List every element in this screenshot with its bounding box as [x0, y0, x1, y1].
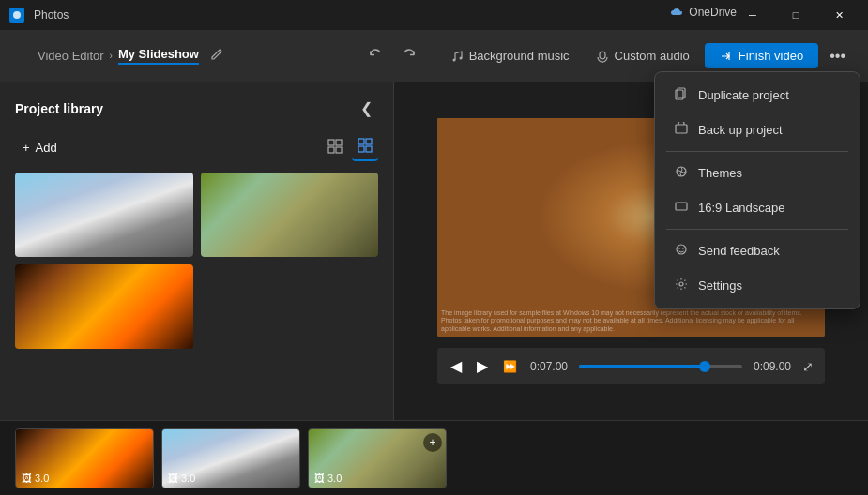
finish-video-label: Finish video [739, 49, 803, 63]
collapse-sidebar-button[interactable]: ❮ [355, 98, 378, 119]
audio-icon [596, 50, 609, 63]
landscape-icon [674, 200, 689, 216]
undo-icon [368, 47, 383, 62]
svg-line-22 [587, 238, 625, 242]
svg-rect-10 [358, 139, 364, 144]
svg-rect-6 [328, 140, 334, 145]
svg-point-18 [632, 210, 651, 223]
project-library-sidebar: Project library ❮ + Add [0, 82, 394, 420]
send-feedback-label: Send feedback [698, 244, 780, 258]
send-feedback-item[interactable]: Send feedback [659, 233, 856, 268]
breadcrumb-parent[interactable]: Video Editor [38, 49, 104, 63]
svg-rect-30 [676, 202, 687, 210]
add-icon: + [23, 141, 30, 155]
svg-point-33 [682, 248, 684, 249]
fullscreen-button[interactable]: ⤢ [802, 359, 814, 374]
app-title: Photos [34, 8, 69, 22]
finish-video-button[interactable]: Finish video [705, 43, 818, 68]
menu-separator [666, 151, 848, 152]
add-media-button[interactable]: + Add [15, 137, 65, 158]
list-view-icon [358, 138, 373, 153]
maximize-button[interactable]: □ [774, 0, 817, 30]
svg-rect-8 [328, 147, 334, 153]
add-label: Add [36, 141, 57, 155]
custom-audio-button[interactable]: Custom audio [585, 43, 701, 68]
app-icon [8, 6, 26, 24]
duplicate-project-item[interactable]: Duplicate project [659, 78, 856, 112]
svg-point-1 [13, 11, 21, 19]
timeline-item[interactable]: 🖼 3.0 [161, 428, 300, 488]
media-item[interactable] [15, 172, 193, 257]
window-controls[interactable]: ─ □ ✕ [731, 0, 860, 30]
redo-icon [402, 47, 417, 62]
media-item[interactable] [201, 172, 379, 257]
redo-button[interactable] [394, 43, 424, 69]
video-controls: ◀ ▶ ⏩ 0:07.00 0:09.00 ⤢ [437, 348, 825, 384]
settings-icon [674, 278, 689, 293]
undo-redo-buttons [360, 43, 424, 69]
svg-rect-7 [336, 140, 342, 145]
background-music-button[interactable]: Background music [439, 43, 581, 68]
duplicate-icon [674, 87, 689, 103]
breadcrumb: Video Editor › My Slideshow [38, 47, 199, 65]
more-options-button[interactable]: ••• [822, 42, 853, 70]
svg-line-23 [586, 245, 625, 247]
svg-point-2 [452, 58, 455, 61]
timeline-item-label: 🖼 3.0 [168, 472, 195, 484]
list-view-button[interactable] [352, 134, 378, 161]
backup-icon [674, 122, 689, 138]
music-note-icon [450, 50, 464, 63]
rename-button[interactable] [206, 44, 227, 68]
svg-rect-13 [366, 146, 372, 152]
minimize-button[interactable]: ─ [731, 0, 774, 30]
total-time: 0:09.00 [754, 360, 791, 373]
breadcrumb-current: My Slideshow [118, 47, 199, 65]
sidebar-title: Project library [15, 101, 103, 116]
settings-item[interactable]: Settings [659, 268, 856, 303]
current-time: 0:07.00 [530, 360, 568, 373]
feedback-icon [674, 243, 689, 259]
backup-project-item[interactable]: Back up project [659, 112, 856, 147]
grid-view-icon [327, 139, 343, 154]
themes-item[interactable]: Themes [659, 156, 856, 190]
close-button[interactable]: ✕ [817, 0, 860, 30]
video-caption: The image library used for sample files … [441, 309, 821, 333]
titlebar-left: Photos [8, 6, 69, 24]
play-pause-button[interactable]: ▶ [475, 355, 490, 377]
landscape-label: 16:9 Landscape [698, 201, 785, 215]
themes-icon [674, 165, 689, 181]
grid-view-button[interactable] [322, 134, 348, 161]
media-grid [15, 172, 378, 349]
next-frame-button[interactable]: ⏩ [501, 358, 519, 375]
timeline-item-label: 🖼 3.0 [314, 472, 342, 484]
background-music-label: Background music [469, 49, 570, 63]
undo-button[interactable] [360, 43, 390, 69]
media-item[interactable] [15, 264, 193, 349]
timeline-item-label: 🖼 3.0 [22, 472, 49, 484]
export-icon [720, 50, 733, 63]
svg-rect-11 [366, 139, 372, 144]
toolbar-actions: Background music Custom audio Finish vid… [439, 42, 853, 70]
add-to-timeline-button[interactable]: + [423, 433, 442, 452]
timeline-icon: 🖼 [168, 472, 178, 484]
cloud-icon [668, 7, 683, 18]
breadcrumb-separator: › [110, 51, 113, 61]
pencil-icon [210, 48, 223, 61]
svg-point-3 [459, 56, 462, 59]
timeline-item[interactable]: 🖼 3.0 + [308, 428, 447, 488]
timeline-icon: 🖼 [314, 472, 325, 484]
themes-label: Themes [698, 166, 742, 180]
svg-point-34 [679, 282, 683, 286]
sidebar-toolbar: + Add [15, 134, 378, 161]
timeline-icon: 🖼 [22, 472, 32, 484]
svg-rect-9 [336, 147, 342, 153]
progress-bar[interactable] [579, 365, 742, 368]
onedrive-label: OneDrive [689, 6, 737, 19]
timeline-duration: 3.0 [327, 472, 342, 484]
timeline-strip: 🖼 3.0 🖼 3.0 🖼 3.0 + [0, 420, 868, 495]
previous-frame-button[interactable]: ◀ [449, 355, 464, 377]
landscape-item[interactable]: 16:9 Landscape [659, 190, 856, 225]
timeline-item[interactable]: 🖼 3.0 [15, 428, 154, 488]
progress-fill [579, 365, 705, 368]
menu-separator [666, 229, 848, 230]
